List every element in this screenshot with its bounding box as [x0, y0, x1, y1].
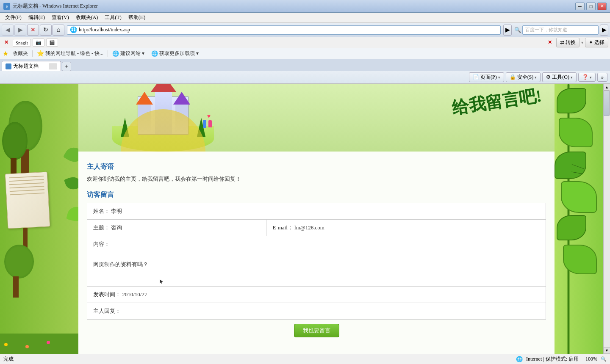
bookmark-more[interactable]: 🌐 获取更多加载项 ▾ [149, 49, 201, 58]
nav-help-btn[interactable]: ❓ ▾ [578, 73, 596, 82]
scroll-track[interactable] [604, 91, 610, 347]
vine-leaf1 [63, 144, 78, 165]
page-icon: 📄 [473, 74, 479, 80]
security-arrow: ▾ [535, 75, 537, 80]
email-label: E-mail： [272, 224, 293, 231]
tree3-top [4, 245, 34, 279]
internet-icon: 🌐 [516, 356, 523, 363]
person2 [208, 120, 212, 127]
search-placeholder: 百度一下，你就知道 [525, 27, 567, 33]
snagit-btn2[interactable]: 🎬 [46, 39, 58, 47]
main-content: 主人寄语 欢迎你到访我的主页，给我留言吧，我会在第一时间给你回复！ 访客留言 姓… [78, 152, 555, 354]
address-bar[interactable]: 🌐 http://localhost/index.asp [67, 25, 501, 35]
menu-tools[interactable]: 工具(T) [101, 13, 125, 22]
title-bar: e 无标题文档 - Windows Internet Explorer ─ □ … [0, 0, 610, 13]
page-background: 给我留言吧! [0, 84, 603, 354]
calligraphy-title: 给我留言吧! [450, 84, 543, 119]
bookmark-suggest-icon: 🌐 [112, 50, 119, 57]
status-bar: 完成 🌐 Internet | 保护模式: 启用 100% 🔍 [0, 354, 610, 364]
browser-toolbar: ◀ ▶ ✕ ↻ ⌂ 🌐 http://localhost/index.asp ▶… [0, 23, 610, 37]
address-icon: 🌐 [70, 26, 77, 33]
people [203, 120, 212, 128]
new-tab-button[interactable]: + [62, 62, 71, 71]
email-cell: E-mail： lm@126.com [266, 219, 546, 236]
content-area: 给我留言吧! [0, 84, 610, 354]
scroll-up-button[interactable]: ▲ [604, 84, 610, 91]
page-arrow: ▾ [498, 75, 500, 80]
submit-button[interactable]: 我也要留言 [294, 324, 339, 337]
right-leaf6 [563, 245, 597, 274]
left-cone [136, 92, 153, 105]
tab-new-btn[interactable] [49, 63, 57, 69]
nav-toolbar: 📄 页面(P) ▾ 🔒 安全(S) ▾ ⚙ 工具(O) ▾ ❓ ▾ » [0, 71, 610, 84]
tools-icon: ⚙ [546, 74, 551, 80]
scroll-down-button[interactable]: ▼ [604, 347, 610, 354]
ie-icon: e [3, 3, 10, 10]
nav-page-btn[interactable]: 📄 页面(P) ▾ [469, 72, 504, 82]
flower3 [47, 341, 50, 344]
address-go-button[interactable]: ▶ [503, 25, 512, 36]
timestamp-label: 发表时间： [93, 291, 121, 298]
search-icon: 🔍 [514, 27, 521, 33]
home-button[interactable]: ⌂ [53, 25, 64, 36]
forward-button[interactable]: ▶ [14, 25, 26, 36]
restore-button[interactable]: □ [586, 3, 596, 10]
title-bar-left: e 无标题文档 - Windows Internet Explorer [3, 3, 98, 10]
content-value: 网页制作的资料有吗？ [93, 261, 540, 268]
guestbook-table: 姓名： 李明 主题： 咨询 E-mail： lm@126.com [87, 203, 546, 320]
minimize-button[interactable]: ─ [575, 3, 585, 10]
right-cone [173, 92, 190, 105]
bookmark-suggest[interactable]: 🌐 建议网站 ▾ [110, 49, 147, 58]
subject-row: 主题： 咨询 E-mail： lm@126.com [87, 219, 546, 236]
flower2 [25, 345, 29, 348]
reply-label: 主人回复： [93, 308, 121, 314]
reply-row: 主人回复： [87, 303, 546, 319]
stop-button[interactable]: ✕ [27, 25, 39, 36]
content-cell: 内容： 网页制作的资料有吗？ [87, 236, 546, 286]
right-decoration [555, 84, 603, 354]
nav-extra-btn[interactable]: » [597, 73, 607, 82]
select-button[interactable]: ✦ 选择 [585, 38, 608, 47]
snagit-logo[interactable]: SnagIt [13, 39, 31, 47]
close-button[interactable]: ✕ [597, 3, 607, 10]
right-leaf1 [557, 88, 586, 113]
name-cell: 姓名： 李明 [87, 203, 546, 219]
name-value: 李明 [111, 208, 122, 214]
bookmarks-bar: ★ 收藏夹 ⭐ 我的网址导航 - 绿色 - 快... 🌐 建议网站 ▾ 🌐 获取… [0, 48, 610, 59]
sign-line1 [9, 176, 44, 178]
bm-separator2 [108, 50, 108, 57]
tools-label: 工具(O) [552, 74, 569, 81]
subject-value: 咨询 [111, 224, 122, 231]
snagit-close[interactable]: ✕ [2, 39, 11, 47]
email-value: lm@126.com [294, 224, 324, 231]
nav-tools-btn[interactable]: ⚙ 工具(O) ▾ [542, 72, 577, 82]
back-button[interactable]: ◀ [2, 25, 14, 36]
right-leaf4 [561, 181, 597, 213]
menu-favorites[interactable]: 收藏夹(A) [72, 13, 102, 22]
refresh-button[interactable]: ↻ [40, 25, 52, 36]
vine-leaf2 [64, 175, 78, 192]
status-zoom: 100% [585, 356, 597, 362]
snagit-close2[interactable]: ✕ [545, 39, 555, 47]
menu-help[interactable]: 帮助(H) [125, 13, 149, 22]
menu-edit[interactable]: 编辑(E) [25, 13, 48, 22]
vertical-scrollbar: ▲ ▼ [603, 84, 610, 354]
active-tab[interactable]: 无标题文档 [2, 61, 61, 71]
left-decoration [0, 84, 78, 354]
ground-left [0, 334, 78, 354]
tab-favicon [6, 63, 11, 69]
bookmark-favorites[interactable]: 收藏夹 [10, 49, 30, 58]
convert-button[interactable]: ⇄ 转换 [556, 38, 580, 47]
bookmark-nav[interactable]: ⭐ 我的网址导航 - 绿色 - 快... [34, 49, 106, 58]
menu-file[interactable]: 文件(F) [2, 13, 25, 22]
scroll-thumb[interactable] [604, 91, 610, 116]
menu-view[interactable]: 查看(V) [48, 13, 72, 22]
snagit-btn1[interactable]: 📷 [33, 39, 44, 47]
timestamp-value: 2010/10/27 [122, 291, 147, 298]
cone-top [151, 84, 176, 92]
reply-cell: 主人回复： [87, 303, 546, 319]
search-input[interactable]: 百度一下，你就知道 [522, 25, 599, 35]
nav-security-btn[interactable]: 🔒 安全(S) ▾ [506, 72, 541, 82]
tree3-trunk [13, 276, 19, 298]
search-button[interactable]: ▶ [600, 25, 608, 36]
